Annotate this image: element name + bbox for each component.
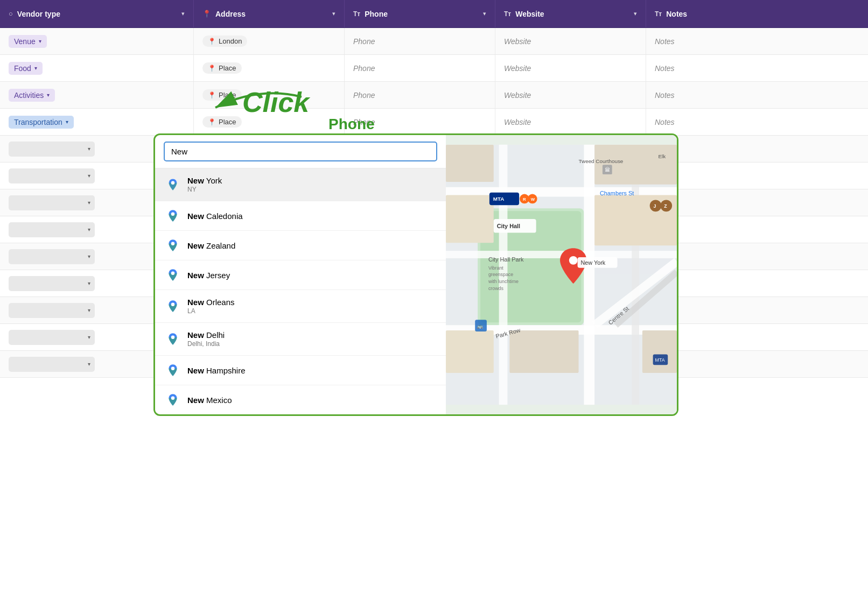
address-cell-activities[interactable]: 📍 Place [194,82,345,108]
empty-chevron-6: ▾ [88,173,90,179]
vendor-badge-activities[interactable]: Activities ▾ [9,89,55,102]
svg-point-1 [171,181,175,185]
header-notes[interactable]: Tт Notes [646,0,868,27]
suggestion-rest-orleans: Orleans [206,298,235,307]
svg-text:Z: Z [664,203,667,209]
suggestion-bold-orleans: New [187,298,204,307]
phone-cell-3[interactable]: Phone [345,82,495,108]
header-address[interactable]: 📍 Address ▾ [194,0,345,27]
website-cell-4[interactable]: Website [495,109,646,135]
address-text: London [219,37,242,45]
header-website[interactable]: Tт Website ▾ [495,0,646,27]
svg-point-4 [171,272,175,276]
address-chip-transportation[interactable]: 📍 Place [202,116,242,128]
vendor-empty-badge-13[interactable]: ▾ [9,357,95,372]
vendor-empty-badge-7[interactable]: ▾ [9,195,95,210]
vendor-type-chevron: ▾ [181,10,185,17]
map-svg: MTA R W City Hall Tweed Courthouse 🏛 Cha… [446,135,677,414]
vendor-empty-badge[interactable]: ▾ [9,142,95,157]
suggestion-item-new-mexico[interactable]: New Mexico [155,385,446,414]
notes-cell-11 [646,297,868,323]
vendor-cell-food[interactable]: Food ▾ [0,55,194,81]
website-cell-2[interactable]: Website [495,55,646,81]
vendor-empty-badge-11[interactable]: ▾ [9,303,95,318]
suggestion-main-mexico: New Mexico [187,396,232,405]
notes-type-icon: Tт [655,10,662,18]
suggestion-text-hampshire: New Hampshire [187,366,246,375]
suggestion-item-new-jersey[interactable]: New Jersey [155,260,446,290]
suggestion-item-new-zealand[interactable]: New Zealand [155,231,446,260]
phone-chevron: ▾ [483,10,486,17]
phone-cell-2[interactable]: Phone [345,55,495,81]
vendor-badge-chevron: ▾ [39,38,41,44]
notes-cell-5[interactable]: Notes [646,136,868,162]
header-vendor-type[interactable]: ○ Vendor type ▾ [0,0,194,27]
search-input-row [155,135,446,168]
address-chip-food[interactable]: 📍 Place [202,62,242,74]
vendor-empty-badge-12[interactable]: ▾ [9,330,95,345]
suggestion-item-new-hampshire[interactable]: New Hampshire [155,356,446,385]
svg-rect-26 [642,330,677,373]
search-dropdown: New York NY New Caledoni [153,133,678,416]
notes-cell-4[interactable]: Notes [646,109,868,135]
notes-cell-12[interactable]: Notes [646,324,868,350]
notes-cell-3[interactable]: Notes [646,82,868,108]
address-search-input[interactable] [164,142,437,161]
address-pin-icon: 📍 [208,38,216,45]
header-phone[interactable]: Tт Phone ▾ [345,0,495,27]
svg-text:with lunchtime: with lunchtime [488,279,519,284]
vendor-cell-venue[interactable]: Venue ▾ [0,28,194,54]
suggestion-bold-delhi: New [187,330,204,340]
address-pin-food: 📍 [208,65,216,72]
svg-text:New York: New York [580,259,605,266]
svg-text:🏛: 🏛 [605,167,610,173]
notes-cell-10 [646,270,868,297]
vendor-cell-activities[interactable]: Activities ▾ [0,82,194,108]
suggestion-item-new-delhi[interactable]: New Delhi Delhi, India [155,323,446,356]
suggestion-bold-part: New [187,176,204,185]
vendor-badge-label-food: Food [14,64,31,73]
empty-chevron-10: ▾ [88,280,90,286]
suggestion-item-new-york[interactable]: New York NY [155,168,446,201]
notes-cell-6 [646,163,868,189]
website-type-icon: Tт [504,10,511,18]
phone-cell-1[interactable]: Phone [345,28,495,54]
vendor-type-icon: ○ [9,10,13,18]
vendor-badge-venue[interactable]: Venue ▾ [9,35,47,48]
suggestion-rest-delhi: Delhi [206,330,225,340]
website-cell-1[interactable]: Website [495,28,646,54]
address-cell-food[interactable]: 📍 Place [194,55,345,81]
empty-chevron-12: ▾ [88,334,90,340]
svg-text:🚌: 🚌 [477,323,484,329]
vendor-empty-badge-10[interactable]: ▾ [9,276,95,291]
notes-cell-13[interactable]: Notes [646,351,868,377]
address-chip[interactable]: 📍 London [202,36,247,47]
address-cell-london[interactable]: 📍 London [194,28,345,54]
suggestion-item-new-caledonia[interactable]: New Caledonia [155,201,446,231]
website-placeholder-2: Website [504,64,531,73]
phone-cell-4[interactable]: Phone [345,109,495,135]
suggestion-sub-text: NY [187,186,222,193]
vendor-badge-chevron-transportation: ▾ [66,119,68,125]
vendor-badge-food[interactable]: Food ▾ [9,62,43,75]
vendor-badge-transportation[interactable]: Transportation ▾ [9,116,74,129]
website-cell-3[interactable]: Website [495,82,646,108]
suggestion-main-zealand: New Zealand [187,241,235,250]
notes-cell-2[interactable]: Notes [646,55,868,81]
table-row: Venue ▾ 📍 London Phone Website Notes [0,28,868,55]
header-address-label: Address [215,10,246,18]
notes-cell-7 [646,189,868,216]
suggestion-item-new-orleans[interactable]: New Orleans LA [155,290,446,323]
vendor-empty-badge-8[interactable]: ▾ [9,222,95,237]
vendor-empty-badge-6[interactable]: ▾ [9,168,95,183]
vendor-cell-transportation[interactable]: Transportation ▾ [0,109,194,135]
address-text-food: Place [219,64,236,72]
suggestion-bold-jersey: New [187,271,204,280]
vendor-empty-badge-9[interactable]: ▾ [9,249,95,264]
address-cell-transportation[interactable]: 📍 Place [194,109,345,135]
header-phone-label: Phone [365,10,388,18]
empty-chevron-9: ▾ [88,253,90,259]
website-placeholder: Website [504,37,531,46]
notes-cell-1[interactable]: Notes [646,28,868,54]
address-chip-activities[interactable]: 📍 Place [202,89,242,101]
